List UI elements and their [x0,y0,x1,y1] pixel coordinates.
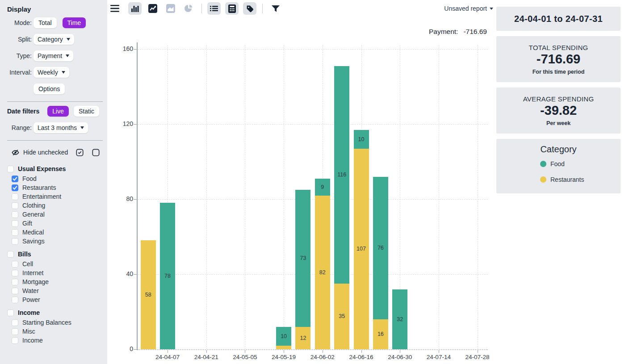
options-button[interactable]: Options [34,84,65,94]
bar-stack[interactable]: 10107 [354,130,369,349]
bar-segment-food[interactable]: 10 [354,130,369,149]
bar-stack[interactable]: 10 [276,327,291,349]
line-chart-icon[interactable] [146,2,159,15]
range-select[interactable]: Last 3 months [34,122,88,133]
range-row: Range: Last 3 months [0,122,107,133]
category-checkbox-row[interactable]: Restaurants [0,183,107,192]
checkbox-unchecked[interactable] [7,251,14,258]
category-checkbox-row[interactable]: Food [0,174,107,183]
x-tick [206,350,207,353]
x-axis-label: 24-05-05 [226,354,264,360]
bar-segment-food[interactable]: 10 [276,327,291,346]
interval-row: Interval: Weekly [0,67,107,78]
category-item-label: Power [22,296,40,303]
category-checkbox-row[interactable]: Medical [0,228,107,237]
x-axis-label: 24-07-14 [419,354,458,360]
average-spending-panel: AVERAGE SPENDING -39.82 Per week [496,88,621,134]
mode-total-button[interactable]: Total [34,17,57,28]
category-group-row[interactable]: Income [0,307,107,318]
category-checkbox-row[interactable]: Gift [0,219,107,228]
bar-segment-restaurants[interactable]: 82 [315,196,330,349]
date-filter-live-button[interactable]: Live [47,106,69,117]
bar-segment-food[interactable]: 116 [334,66,349,284]
report-menu-label: Unsaved report [444,5,487,12]
checkbox-unchecked[interactable] [7,310,14,316]
pie-chart-icon[interactable] [182,2,195,15]
checkbox-unchecked[interactable] [12,270,18,276]
list-icon[interactable] [207,2,221,15]
x-tick [168,350,168,353]
bar-segment-restaurants[interactable]: 35 [334,284,349,349]
checkbox-unchecked[interactable] [12,319,18,326]
bar-stack[interactable]: 7616 [373,177,388,349]
bar-segment-restaurants[interactable]: 12 [295,327,310,349]
bar-segment-restaurants[interactable]: 58 [141,240,156,349]
calculator-icon[interactable] [225,2,239,15]
area-chart-icon[interactable] [164,2,177,15]
report-menu[interactable]: Unsaved report [444,5,496,12]
filter-icon[interactable] [269,2,282,15]
uncheck-all-button[interactable] [92,149,100,156]
bar-value-label: 32 [397,316,403,322]
bar-stack[interactable]: 11635 [334,66,349,349]
category-checkbox-row[interactable]: Income [0,336,107,345]
bar-chart-icon[interactable] [128,2,142,15]
checkbox-unchecked[interactable] [12,193,18,200]
checkbox-checked[interactable] [12,176,18,182]
bar-segment-food[interactable]: 73 [295,190,310,327]
category-checkbox-row[interactable]: Savings [0,237,107,246]
bar-segment-food[interactable]: 76 [373,177,388,319]
checkbox-unchecked[interactable] [12,279,18,285]
category-checkbox-row[interactable]: General [0,210,107,219]
category-group-row[interactable]: Usual Expenses [0,163,107,174]
v-gridline [439,45,439,349]
category-tree: Usual ExpensesFoodRestaurantsEntertainme… [0,163,107,345]
checkbox-unchecked[interactable] [12,211,18,218]
type-select[interactable]: Payment [34,50,73,61]
bar-stack[interactable]: 982 [315,179,330,349]
checkbox-unchecked[interactable] [12,238,18,245]
bar-stack[interactable]: 58 [141,240,156,349]
bar-stack[interactable]: 78 [160,203,175,349]
split-select[interactable]: Category [34,34,74,45]
bar-segment-restaurants[interactable] [276,346,291,349]
mode-time-button[interactable]: Time [63,17,86,28]
checkbox-unchecked[interactable] [12,328,18,335]
bar-stack[interactable]: 32 [392,289,407,349]
checkbox-unchecked[interactable] [12,202,18,209]
check-all-button[interactable] [76,149,84,156]
y-tick [134,49,137,50]
category-checkbox-row[interactable]: Water [0,286,107,295]
interval-select[interactable]: Weekly [34,67,69,78]
category-checkbox-row[interactable]: Power [0,295,107,304]
bar-segment-food[interactable]: 9 [315,179,330,196]
category-checkbox-row[interactable]: Misc [0,327,107,336]
category-group-row[interactable]: Bills [0,249,107,259]
category-checkbox-row[interactable]: Starting Balances [0,318,107,327]
tag-icon[interactable] [243,2,256,15]
split-label: Split: [0,36,34,43]
chart-area: Payment:-716.69 0408012016024-04-0724-04… [107,17,496,364]
bar-segment-food[interactable]: 32 [392,289,407,349]
checkbox-unchecked[interactable] [7,166,14,172]
menu-icon[interactable] [108,2,122,15]
date-filter-static-button[interactable]: Static [74,106,99,117]
checkbox-unchecked[interactable] [12,220,18,227]
category-checkbox-row[interactable]: Clothing [0,201,107,210]
bar-segment-food[interactable]: 78 [160,203,175,349]
bar-value-label: 35 [339,313,345,319]
checkbox-unchecked[interactable] [12,261,18,268]
checkbox-unchecked[interactable] [12,288,18,294]
bar-stack[interactable]: 7312 [295,190,310,349]
category-checkbox-row[interactable]: Cell [0,259,107,268]
bar-segment-restaurants[interactable]: 107 [354,149,369,349]
category-checkbox-row[interactable]: Mortgage [0,277,107,286]
category-checkbox-row[interactable]: Entertainment [0,192,107,201]
category-checkbox-row[interactable]: Internet [0,268,107,277]
checkbox-checked[interactable] [12,184,18,191]
checkbox-unchecked[interactable] [12,337,18,344]
checkbox-unchecked[interactable] [12,297,18,303]
category-group-label: Usual Expenses [18,165,66,172]
checkbox-unchecked[interactable] [12,229,18,236]
bar-segment-restaurants[interactable]: 16 [373,319,388,349]
